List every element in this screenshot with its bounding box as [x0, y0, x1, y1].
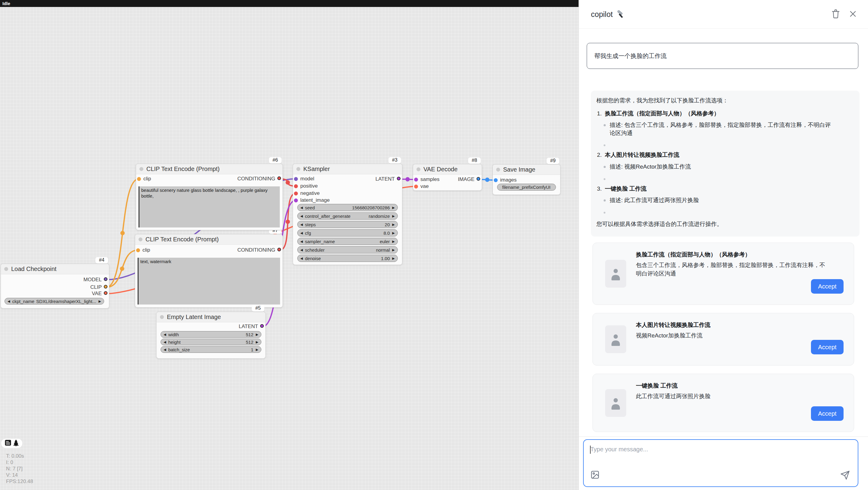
- input-port-positive[interactable]: [294, 184, 298, 188]
- link-midpoint-dot[interactable]: [120, 231, 125, 235]
- widget-value: ComfyUI: [533, 184, 551, 190]
- status-bar: Idle: [0, 0, 579, 7]
- panel-title: copilot: [591, 10, 613, 19]
- link-midpoint-dot[interactable]: [405, 177, 409, 181]
- log-icon[interactable]: [5, 439, 11, 447]
- close-panel-button[interactable]: [847, 8, 859, 21]
- input-port-negative[interactable]: [294, 192, 298, 196]
- collapse-dot-icon[interactable]: [4, 267, 8, 271]
- message-input[interactable]: [584, 440, 858, 486]
- decrement-arrow-icon[interactable]: ◀: [163, 348, 166, 352]
- decrement-arrow-icon[interactable]: ◀: [300, 257, 303, 260]
- link-midpoint-dot[interactable]: [285, 180, 290, 184]
- node-title-bar[interactable]: Empty Latent Image: [157, 312, 265, 322]
- accept-button[interactable]: Accept: [811, 340, 843, 354]
- output-port-latent[interactable]: [397, 177, 401, 180]
- decrement-arrow-icon[interactable]: ◀: [300, 206, 303, 210]
- output-port-label: CONDITIONING: [135, 247, 275, 253]
- decrement-arrow-icon[interactable]: ◀: [163, 340, 166, 344]
- accept-button[interactable]: Accept: [811, 406, 843, 421]
- increment-arrow-icon[interactable]: ▶: [392, 257, 395, 260]
- collapse-dot-icon[interactable]: [140, 167, 143, 171]
- chat-scroll-area[interactable]: 帮我生成一个换脸的工作流 根据您的需求，我为您找到了以下换脸工作流选项：1.换脸…: [579, 29, 868, 436]
- widget-name: filename_prefix: [502, 184, 533, 190]
- increment-arrow-icon[interactable]: ▶: [392, 223, 395, 227]
- text-caret: [590, 445, 591, 454]
- widget-scheduler[interactable]: ◀schedulernormal▶: [297, 246, 398, 254]
- widget-height[interactable]: ◀height512▶: [161, 339, 261, 345]
- link-midpoint-dot[interactable]: [285, 220, 290, 224]
- canvas-menu-pill[interactable]: [1, 439, 22, 448]
- node-title: CLIP Text Encode (Prompt): [146, 166, 220, 173]
- node-title-bar[interactable]: CLIP Text Encode (Prompt): [135, 234, 282, 245]
- widget-batch-size[interactable]: ◀batch_size1▶: [161, 346, 261, 353]
- output-port-conditioning[interactable]: [277, 176, 281, 180]
- output-port-image[interactable]: [476, 177, 480, 181]
- increment-arrow-icon[interactable]: ▶: [392, 239, 395, 243]
- link-midpoint-dot[interactable]: [485, 178, 489, 182]
- increment-arrow-icon[interactable]: ▶: [392, 248, 395, 252]
- node-title-bar[interactable]: CLIP Text Encode (Prompt): [136, 164, 282, 174]
- workflow-card: 换脸工作流（指定面部与人物）（风格参考）包含三个工作流，风格参考，脸部替换，指定…: [592, 242, 854, 305]
- prompt-textarea[interactable]: text, watermark: [137, 258, 280, 305]
- output-port-clip[interactable]: [104, 285, 107, 288]
- decrement-arrow-icon[interactable]: ◀: [300, 239, 303, 243]
- collapse-dot-icon[interactable]: [160, 315, 164, 319]
- decrement-arrow-icon[interactable]: ◀: [300, 223, 303, 227]
- node-title-bar[interactable]: Load Checkpoint: [1, 264, 109, 274]
- tree-icon[interactable]: [13, 439, 19, 448]
- increment-arrow-icon[interactable]: ▶: [256, 333, 258, 337]
- decrement-arrow-icon[interactable]: ◀: [7, 299, 10, 303]
- collapse-dot-icon[interactable]: [496, 168, 500, 172]
- response-bullet: 描述: 包含三个工作流，风格参考，脸部替换，指定脸部替换，工作流有注释，不明白评…: [603, 121, 853, 137]
- input-port-vae[interactable]: [414, 184, 418, 189]
- collapse-dot-icon[interactable]: [297, 167, 300, 171]
- output-port-conditioning[interactable]: [277, 248, 281, 251]
- increment-arrow-icon[interactable]: ▶: [392, 231, 395, 235]
- collapse-dot-icon[interactable]: [138, 237, 143, 241]
- bullet-dot: [603, 212, 606, 213]
- widget-ckpt-name[interactable]: ◀ckpt_nameSDXL/dreamshaperXL_light...▶: [4, 298, 104, 305]
- node-graph-canvas[interactable]: #4Load CheckpointMODELCLIPVAE◀ckpt_nameS…: [0, 0, 579, 490]
- widget-filename-prefix[interactable]: filename_prefixComfyUI: [497, 184, 556, 191]
- node-title-bar[interactable]: KSampler: [293, 164, 402, 174]
- increment-arrow-icon[interactable]: ▶: [256, 348, 258, 352]
- widget-cfg[interactable]: ◀cfg8.0▶: [297, 229, 398, 236]
- output-port-label: LATENT: [293, 176, 395, 182]
- increment-arrow-icon[interactable]: ▶: [256, 340, 258, 344]
- prompt-textarea[interactable]: beautiful scenery nature glass bottle la…: [138, 186, 280, 228]
- decrement-arrow-icon[interactable]: ◀: [300, 248, 303, 252]
- output-port-vae[interactable]: [104, 291, 107, 295]
- widget-sampler-name[interactable]: ◀sampler_nameeuler▶: [297, 238, 398, 245]
- widget-control-after-generate[interactable]: ◀control_after_generaterandomize▶: [297, 212, 398, 220]
- card-description: 视频ReActor加换脸工作流: [636, 332, 830, 340]
- widget-value: 1: [251, 347, 253, 352]
- link-midpoint-dot[interactable]: [120, 266, 124, 271]
- decrement-arrow-icon[interactable]: ◀: [163, 333, 166, 337]
- widget-seed[interactable]: ◀seed156680208700286▶: [297, 204, 398, 211]
- output-port-latent[interactable]: [260, 324, 264, 328]
- node-title-bar[interactable]: Save Image: [493, 165, 560, 175]
- input-port-label: vae: [421, 183, 429, 190]
- widget-width[interactable]: ◀width512▶: [161, 331, 261, 338]
- widget-denoise[interactable]: ◀denoise1.00▶: [297, 255, 398, 262]
- node-title-bar[interactable]: VAE Decode: [413, 164, 482, 175]
- clear-chat-button[interactable]: [829, 7, 842, 22]
- input-port-latent-image[interactable]: [294, 199, 298, 202]
- increment-arrow-icon[interactable]: ▶: [99, 299, 101, 303]
- collapse-dot-icon[interactable]: [416, 167, 421, 171]
- response-list-item: 3.一键换脸 工作流: [597, 185, 853, 193]
- attach-image-button[interactable]: [590, 470, 600, 480]
- increment-arrow-icon[interactable]: ▶: [392, 214, 395, 218]
- output-port-model[interactable]: [104, 277, 107, 281]
- node-title: CLIP Text Encode (Prompt): [146, 236, 219, 243]
- accept-button[interactable]: Accept: [811, 279, 843, 294]
- widget-steps[interactable]: ◀steps20▶: [297, 221, 398, 228]
- send-message-button[interactable]: [840, 470, 850, 481]
- input-port-images[interactable]: [494, 178, 498, 182]
- increment-arrow-icon[interactable]: ▶: [392, 206, 395, 210]
- message-input-box[interactable]: [583, 439, 858, 487]
- decrement-arrow-icon[interactable]: ◀: [300, 214, 303, 218]
- decrement-arrow-icon[interactable]: ◀: [300, 231, 303, 235]
- output-port-label: LATENT: [156, 323, 258, 329]
